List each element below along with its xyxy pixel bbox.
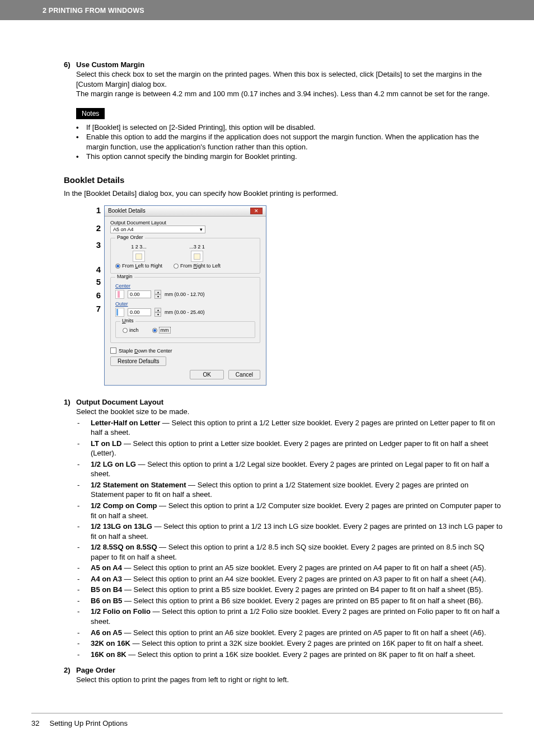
option-item: -1/2 LG on LG — Select this option to pr… [77, 459, 503, 479]
close-icon[interactable]: ✕ [250, 208, 263, 214]
page-order-group: Page Order 1 2 3... From Left to Right .… [110, 238, 260, 274]
item1-num: 1) [64, 398, 71, 406]
margin-outer-range: mm (0.00 - 25.40) [165, 309, 205, 315]
ok-button[interactable]: OK [190, 370, 223, 379]
booklet-heading: Booklet Details [64, 175, 503, 185]
radio-inch[interactable]: inch [123, 327, 139, 333]
margin-center-label: Center [115, 283, 255, 289]
page-order-rtl-icon [191, 251, 203, 262]
item2-num: 2) [64, 666, 71, 674]
radio-ltr[interactable]: From Left to Right [115, 263, 162, 269]
note-3: This option cannot specify the binding m… [86, 152, 297, 162]
option-item: -A5 on A4 — Select this option to print … [77, 563, 503, 573]
margin-outer-icon [115, 308, 124, 317]
chevron-down-icon: ▾ [200, 227, 203, 232]
dialog-figure: 1 2 3 4 5 6 7 Booklet Details ✕ Output D… [64, 205, 503, 386]
booklet-intro: In the [Booklet Details] dialog box, you… [64, 189, 503, 198]
callout-numbers: 1 2 3 4 5 6 7 [64, 205, 104, 316]
spinner-buttons[interactable]: ▴▾ [154, 308, 161, 317]
notes-list: •If [Booklet] is selected on [2-Sided Pr… [64, 123, 503, 162]
staple-checkbox-row[interactable]: Staple Down the Center [110, 348, 260, 354]
margin-group: Margin Center 0.00 ▴▾ mm (0.00 - 12.70) … [110, 277, 260, 343]
footer-title: Setting Up Print Options [49, 719, 127, 727]
cancel-button[interactable]: Cancel [228, 370, 260, 379]
margin-center-icon [115, 290, 124, 299]
restore-defaults-button[interactable]: Restore Defaults [110, 356, 166, 366]
option-item: -A4 on A3 — Select this option to print … [77, 574, 503, 584]
radio-rtl[interactable]: From Right to Left [174, 263, 221, 269]
option-item: -B5 on B4 — Select this option to print … [77, 585, 503, 595]
option-item: -A6 on A5 — Select this option to print … [77, 628, 503, 638]
booklet-details-dialog: Booklet Details ✕ Output Document Layout… [104, 205, 266, 386]
margin-center-range: mm (0.00 - 12.70) [165, 292, 205, 297]
note-2: Enable this option to add the margins if… [86, 132, 503, 152]
spinner-buttons[interactable]: ▴▾ [154, 290, 161, 299]
option-item: -B6 on B5 — Select this option to print … [77, 596, 503, 606]
item1-intro: Select the booklet size to be made. [76, 407, 503, 417]
item1-title: Output Document Layout [76, 398, 163, 406]
item2-intro: Select this option to print the pages fr… [76, 675, 503, 685]
output-layout-label: Output Document Layout [110, 220, 260, 226]
dialog-title-text: Booklet Details [108, 208, 146, 214]
margin-center-input[interactable]: 0.00 [128, 290, 151, 298]
page-number: 32 [31, 719, 39, 727]
option-item: -32K on 16K — Select this option to prin… [77, 638, 503, 649]
option-item: -LT on LD — Select this option to print … [77, 439, 503, 458]
chapter-header: 2 PRINTING FROM WINDOWS [0, 0, 534, 20]
margin-outer-input[interactable]: 0.00 [128, 308, 151, 316]
checkbox-icon[interactable] [110, 348, 116, 354]
option-item: -Letter-Half on Letter — Select this opt… [77, 418, 503, 438]
output-layout-select[interactable]: A5 on A4▾ [110, 226, 205, 233]
item6-p1: Select this check box to set the margin … [76, 69, 503, 89]
item6-num: 6) [64, 60, 71, 69]
option-item: -1/2 Comp on Comp — Select this option t… [77, 501, 503, 520]
option-item: -1/2 13LG on 13LG — Select this option t… [77, 522, 503, 541]
note-1: If [Booklet] is selected on [2-Sided Pri… [86, 123, 316, 133]
dialog-titlebar: Booklet Details ✕ [105, 206, 266, 217]
margin-outer-label: Outer [115, 301, 255, 307]
notes-label: Notes [76, 108, 105, 119]
item-2: 2) Page Order Select this option to prin… [64, 665, 503, 685]
option-item: -16K on 8K — Select this option to print… [77, 650, 503, 660]
page-order-ltr-icon [133, 251, 145, 262]
item-1: 1) Output Document Layout Select the boo… [64, 397, 503, 659]
option-item: -1/2 8.5SQ on 8.5SQ — Select this option… [77, 542, 503, 562]
page-footer: 32 Setting Up Print Options [31, 713, 503, 727]
option-item: -1/2 Statement on Statement — Select thi… [77, 480, 503, 500]
item6-title: Use Custom Margin [76, 60, 144, 69]
radio-mm[interactable]: mm [152, 327, 171, 333]
item-6: 6) Use Custom Margin Select this check b… [64, 59, 503, 99]
option-item: -1/2 Folio on Folio — Select this option… [77, 607, 503, 626]
item6-p2: The margin range is between 4.2 mm and 1… [76, 89, 503, 99]
item2-title: Page Order [76, 666, 115, 674]
units-group: Units inch mm [115, 321, 255, 338]
